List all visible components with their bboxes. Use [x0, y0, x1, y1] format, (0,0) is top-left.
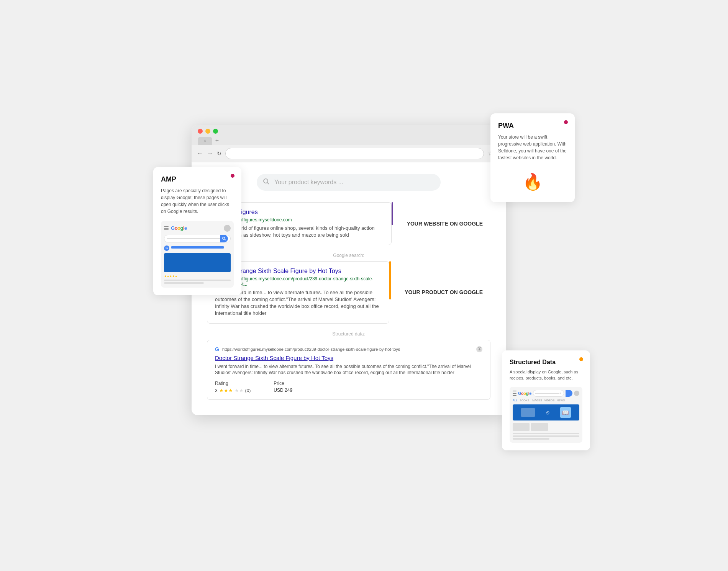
mini-google-avatar [224, 225, 231, 232]
structured-data-title: Structured Data [510, 359, 582, 366]
browser-chrome: × + [192, 125, 506, 145]
website-accent-line [392, 202, 393, 225]
website-on-google-label: YOUR WEBSITE ON GOOGLE [407, 220, 483, 227]
browser-new-tab-button[interactable]: + [215, 137, 219, 144]
mini-hamburger-icon [164, 226, 169, 230]
mini-search-bar-2[interactable]: × [533, 390, 564, 397]
browser-tab-bar: × + [198, 137, 500, 145]
amp-title: AMP [161, 175, 234, 183]
rating-stars: ★★★ [219, 388, 233, 393]
structured-data-description: A special display on Google, such as rec… [510, 369, 582, 381]
mini-blue-block [164, 253, 231, 272]
search-bar[interactable]: Your product keywords ... [257, 174, 441, 191]
svg-line-3 [267, 182, 269, 184]
search-icon [263, 178, 270, 187]
rating-label: Rating [215, 381, 251, 386]
mini-search-button-2[interactable] [566, 390, 572, 397]
g-icon: G [215, 346, 219, 352]
mini-tab-books[interactable]: BOOKS [520, 399, 529, 402]
product-result-section: Doctor Strange Sixth Scale Figure by Hot… [207, 261, 490, 324]
structured-data-divider: Structured data: [207, 331, 490, 337]
structured-result-url: https://worldoffigures.myselldone.com/pr… [222, 347, 473, 352]
structured-meta: Rating 3 ★★★ ★★ (0) Price USD 249 [215, 381, 482, 393]
mini-tab-news[interactable]: NEWS [557, 399, 565, 402]
search-bar-container: Your product keywords ... [207, 174, 490, 191]
mini-search-button[interactable] [220, 235, 228, 242]
mini-bottom-line-3 [513, 438, 549, 440]
svg-line-1 [225, 239, 226, 240]
price-label: Price [274, 381, 292, 386]
mini-tab-videos[interactable]: VIDEOS [544, 399, 554, 402]
google-search-divider: Google search: [207, 253, 490, 258]
mini-line-1 [164, 280, 231, 281]
mini-tabs: ALL BOOKS IMAGES VIDEOS NEWS [513, 399, 579, 402]
flame-icon: 🔥 [498, 167, 567, 195]
mini-result-bar [171, 246, 224, 249]
rating-value: 3 ★★★ ★★ (0) [215, 388, 251, 393]
mini-squares [513, 423, 579, 431]
mini-share-icon: ⎋ [546, 409, 549, 416]
browser-back-button[interactable]: ← [197, 150, 203, 157]
mini-g-circle: G [164, 245, 169, 251]
amp-description: Pages are specially designed to display … [161, 187, 234, 215]
mini-line-2 [164, 282, 204, 284]
product-accent-line [389, 261, 391, 299]
browser-address-bar[interactable] [225, 148, 484, 159]
mini-bottom-line-1 [513, 433, 579, 434]
pwa-card: PWA Your store will be a swift progressi… [490, 113, 575, 202]
mini-google-logo-2: Google [518, 391, 531, 396]
browser-tab[interactable]: × [198, 137, 212, 145]
browser-traffic-lights [198, 129, 500, 134]
scene: AMP Pages are specially designed to disp… [153, 113, 575, 458]
tab-close-icon[interactable]: × [204, 139, 206, 143]
product-label-bar: YOUR PRODUCT ON GOOGLE [397, 261, 490, 324]
search-placeholder: Your product keywords ... [274, 179, 343, 186]
traffic-light-red[interactable] [198, 129, 203, 134]
structured-result-box: G https://worldoffigures.myselldone.com/… [207, 340, 490, 400]
structured-result-header: G https://worldoffigures.myselldone.com/… [215, 346, 482, 352]
amp-dot [231, 174, 234, 178]
website-label-bar: YOUR WEBSITE ON GOOGLE [399, 202, 490, 245]
mini-white-block [521, 408, 535, 417]
svg-point-2 [264, 179, 268, 183]
structured-dot [579, 357, 583, 361]
mini-tab-images[interactable]: IMAGES [531, 399, 542, 402]
mini-search-bar[interactable] [164, 235, 231, 242]
product-on-google-label: YOUR PRODUCT ON GOOGLE [405, 289, 483, 296]
structured-result-description: I went forward in time... to view altern… [215, 363, 482, 376]
rating-count: (0) [245, 388, 251, 393]
price-value: USD 249 [274, 388, 292, 393]
pwa-title: PWA [498, 122, 567, 130]
traffic-light-green[interactable] [213, 129, 218, 134]
structured-data-card: Structured Data A special display on Goo… [502, 350, 590, 450]
amp-mini-google: Google G ★★★★★ [161, 221, 234, 288]
mini-square-2 [531, 423, 548, 431]
svg-point-0 [223, 237, 225, 239]
mini-blue-card: ⎋ 📖 [513, 404, 579, 420]
mini-tab-all[interactable]: ALL [513, 399, 517, 402]
rating-stars-empty: ★★ [234, 388, 244, 393]
browser-reload-button[interactable]: ↻ [217, 151, 221, 157]
website-result-section: World of figures https://worldoffigures.… [207, 202, 490, 245]
mini-square-1 [513, 423, 530, 431]
structured-result-title[interactable]: Doctor Strange Sixth Scale Figure by Hot… [215, 355, 482, 361]
structured-mini-google: Google × ALL BOOKS IMAGES VIDEOS NEWS ⎋ … [510, 387, 582, 443]
mini-stars: ★★★★★ [164, 275, 231, 278]
amp-card: AMP Pages are specially designed to disp… [153, 167, 241, 295]
info-icon[interactable]: ⓘ [476, 346, 482, 352]
rating-number: 3 [215, 388, 218, 393]
mini-bottom-line-2 [513, 435, 579, 437]
mini-google-avatar-2 [574, 391, 579, 396]
rating-section: Rating 3 ★★★ ★★ (0) [215, 381, 251, 393]
browser-nav-bar: ← → ↻ ☆ ≡ [192, 145, 506, 162]
mini-hamburger-2-icon [513, 391, 516, 396]
mini-book-icon: 📖 [560, 407, 571, 418]
pwa-dot [564, 120, 568, 124]
browser-forward-button[interactable]: → [207, 150, 213, 157]
traffic-light-yellow[interactable] [205, 129, 210, 134]
price-section: Price USD 249 [274, 381, 292, 393]
pwa-description: Your store will be a swift progressive w… [498, 134, 567, 161]
mini-google-logo: Google [171, 225, 187, 231]
